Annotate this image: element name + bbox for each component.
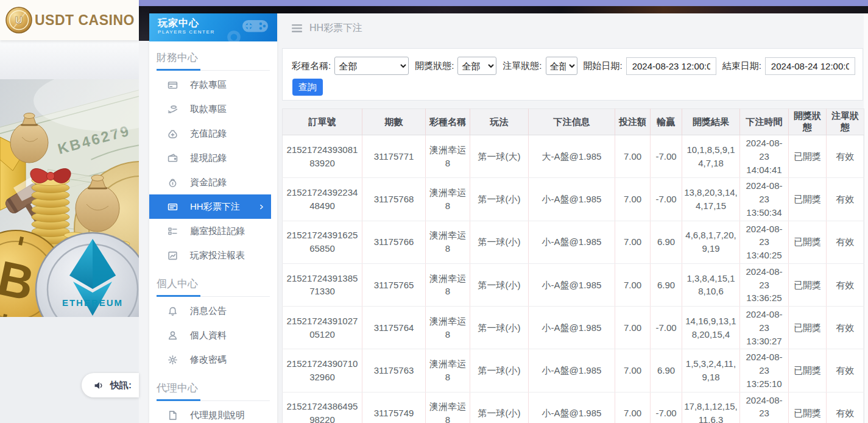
bet-status-select[interactable]: 全部	[546, 57, 577, 75]
gear-icon	[168, 355, 178, 365]
sidebar-item-room-record-list[interactable]: 廳室投註記錄	[149, 219, 277, 243]
table-cell: 2152172439138571330	[283, 263, 362, 306]
table-cell: -7.00	[651, 307, 682, 349]
table-cell: 小-A盤@1.985	[529, 392, 615, 423]
sidebar-item-label: 廳室投註記錄	[190, 226, 245, 237]
column-header: 開獎結果	[682, 109, 740, 135]
table-cell: 小-A盤@1.985	[529, 263, 615, 306]
table-cell: 2024-08-23 13:50:34	[740, 178, 789, 221]
table-cell: 第一球(小)	[470, 178, 529, 221]
withdraw-hand-icon	[168, 104, 178, 115]
table-cell: 已開獎	[789, 178, 827, 221]
document-icon	[168, 410, 178, 421]
promo-money-image: KB46279	[0, 79, 139, 317]
search-button[interactable]: 查詢	[292, 79, 323, 96]
table-cell: 有效	[827, 307, 864, 349]
table-cell: 有效	[827, 349, 864, 392]
table-cell: 澳洲幸运8	[426, 392, 470, 423]
table-cell: 小-A盤@1.985	[529, 221, 615, 263]
table-cell: 6.90	[651, 349, 682, 392]
sidebar-menu: 財務中心存款專區取款專區充值記錄提現記錄資金記錄HH彩票下注廳室投註記錄玩家投注…	[149, 51, 277, 423]
table-cell: 小-A盤@1.985	[529, 349, 615, 392]
table-cell: 2024-08-23 13:36:25	[740, 263, 789, 306]
sidebar-section-title: 財務中心	[157, 51, 270, 71]
table-cell: 31175764	[362, 307, 426, 349]
table-cell: 第一球(小)	[470, 392, 529, 423]
column-header: 下注信息	[529, 109, 615, 135]
sidebar-item-bell[interactable]: 消息公告	[149, 299, 277, 323]
sidebar-item-withdraw-hand[interactable]: 取款專區	[149, 97, 277, 121]
sidebar-item-report-chart[interactable]: 玩家投注報表	[149, 243, 277, 268]
sidebar-item-document[interactable]: 代理規則說明	[149, 403, 277, 423]
draw-status-select[interactable]: 全部	[457, 57, 496, 75]
table-cell: 澳洲幸运8	[426, 135, 470, 178]
sidebar-header: 玩家中心 PLAYERS CENTER	[149, 13, 277, 41]
column-header: 注單狀態	[827, 109, 864, 135]
sidebar-item-label: 玩家投注報表	[190, 250, 245, 261]
sidebar-item-deposit-card[interactable]: 存款專區	[149, 73, 277, 97]
table-cell: 第一球(小)	[470, 263, 529, 306]
table-cell: 4,6,8,1,7,20,9,19	[682, 221, 740, 263]
sidebar-item-recharge-bag[interactable]: 充值記錄	[149, 121, 277, 146]
sidebar-item-label: 個人資料	[190, 330, 227, 341]
news-ticker[interactable]: 快訊:	[82, 373, 139, 397]
table-cell: 2024-08-23 13:25:10	[740, 349, 789, 392]
sidebar-left-dark-strip	[139, 6, 149, 41]
end-date-label: 結束日期:	[722, 60, 761, 72]
sidebar-item-label: HH彩票下注	[190, 201, 240, 213]
table-cell: 澳洲幸运8	[426, 178, 470, 221]
column-header: 投注額	[615, 109, 651, 135]
table-cell: 17,8,1,12,15,11,6,3	[682, 392, 740, 423]
table-cell: -7.00	[651, 178, 682, 221]
table-cell: 已開獎	[789, 349, 827, 392]
table-cell: 1,5,3,2,4,11,9,18	[682, 349, 740, 392]
sidebar-item-label: 消息公告	[190, 305, 227, 317]
dice-icon	[226, 29, 242, 41]
sidebar-item-withdrawal-wallet[interactable]: 提現記錄	[149, 146, 277, 170]
game-controller-icon	[241, 16, 270, 35]
column-header: 輸贏	[651, 109, 682, 135]
table-cell: 2152172439223448490	[283, 178, 362, 221]
table-cell: 13,8,20,3,14,4,17,15	[682, 178, 740, 221]
start-date-label: 開始日期:	[584, 60, 623, 72]
table-cell: 已開獎	[789, 307, 827, 349]
table-cell: 7.00	[615, 263, 651, 306]
lottery-type-select[interactable]: 全部	[334, 57, 409, 75]
scrollbar-gutter[interactable]	[864, 13, 868, 423]
lottery-type-label: 彩種名稱:	[292, 60, 331, 72]
table-cell: 有效	[827, 221, 864, 263]
news-label: 快訊:	[110, 380, 132, 391]
table-cell: 第一球(大)	[470, 135, 529, 178]
table-row: 215217243922344849031175768澳洲幸运8第一球(小)小-…	[283, 178, 864, 221]
sidebar-section-title: 代理中心	[157, 381, 270, 401]
table-cell: 7.00	[615, 135, 651, 178]
table-cell: 第一球(小)	[470, 221, 529, 263]
table-cell: 6.90	[651, 263, 682, 306]
table-cell: 已開獎	[789, 263, 827, 306]
table-cell: 31175766	[362, 221, 426, 263]
end-date-input[interactable]	[765, 57, 855, 75]
sidebar-item-label: 充值記錄	[190, 128, 227, 140]
sidebar-item-person[interactable]: 個人資料	[149, 323, 277, 347]
table-cell: 有效	[827, 135, 864, 178]
table-cell: 2152172439102705120	[283, 307, 362, 349]
table-cell: 2024-08-23 13:30:27	[740, 307, 789, 349]
sidebar-item-funds-purse[interactable]: 資金記錄	[149, 170, 277, 194]
left-light-strip	[0, 40, 139, 79]
sidebar-item-gear[interactable]: 修改密碼	[149, 347, 277, 372]
room-record-list-icon	[168, 226, 178, 236]
hamburger-menu-icon[interactable]	[292, 24, 302, 32]
sidebar-section-title: 個人中心	[157, 277, 270, 297]
table-cell: 2152172439308183920	[283, 135, 362, 178]
withdrawal-wallet-icon	[168, 153, 178, 163]
start-date-input[interactable]	[626, 57, 716, 75]
table-cell: 澳洲幸运8	[426, 349, 470, 392]
table-cell: 14,16,9,13,18,20,15,4	[682, 307, 740, 349]
column-header: 下注時間	[740, 109, 789, 135]
sidebar-item-label: 提現記錄	[190, 152, 227, 164]
table-cell: 有效	[827, 263, 864, 306]
sidebar-item-lottery-ticket[interactable]: HH彩票下注	[149, 194, 271, 219]
filter-panel: 彩種名稱: 全部 開獎狀態: 全部 注單狀態: 全部 開始日期: 結束日期: 查…	[282, 48, 863, 101]
top-purple-bar	[138, 0, 868, 6]
table-cell: -7.00	[651, 392, 682, 423]
